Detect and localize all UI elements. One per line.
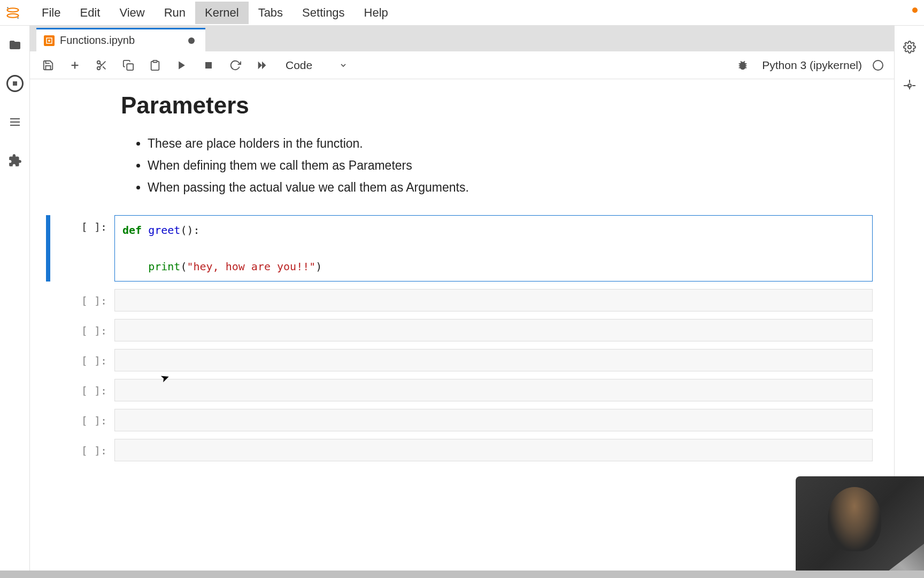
menu-file[interactable]: File [32,2,70,24]
cell-type-label: Code [286,59,312,72]
menu-settings[interactable]: Settings [292,2,355,24]
menu-kernel[interactable]: Kernel [195,2,249,24]
code-editor[interactable] [114,289,873,311]
svg-point-3 [17,17,19,19]
add-cell-button[interactable] [67,58,82,73]
code-cell[interactable]: [ ]: [46,439,878,461]
restart-kernel-button[interactable] [228,58,243,73]
paste-button[interactable] [148,58,163,73]
code-editor[interactable] [114,349,873,371]
cell-selection-marker [46,349,50,371]
extensions-icon[interactable] [6,152,24,169]
folder-icon[interactable] [6,36,24,54]
code-cell[interactable]: [ ]: [46,379,878,401]
menu-bar: File Edit View Run Kernel Tabs Settings … [0,0,924,26]
cell-selection-marker [46,319,50,341]
status-indicator-icon [912,7,918,13]
code-cell[interactable]: [ ]: [46,349,878,371]
code-cell[interactable]: [ ]: [46,409,878,431]
kernel-name: Python 3 (ipykernel) [762,59,862,72]
gear-icon[interactable] [901,39,918,56]
svg-marker-16 [179,61,185,69]
notebook-toolbar: Code Python 3 (ipykernel) [30,51,894,79]
cell-prompt: [ ]: [50,409,114,431]
code-cell[interactable]: [ ]: [46,319,878,341]
menu-tabs[interactable]: Tabs [249,2,292,24]
code-editor[interactable] [114,319,873,341]
menu-view[interactable]: View [110,2,154,24]
svg-point-20 [908,45,911,49]
notebook-file-icon [44,35,55,46]
svg-point-2 [7,7,9,9]
svg-rect-4 [13,81,17,86]
cell-selection-marker [46,409,50,431]
save-button[interactable] [41,58,56,73]
running-terminals-icon[interactable] [6,75,24,92]
kernel-status-icon [873,60,883,71]
code-editor[interactable] [114,409,873,431]
cell-type-dropdown[interactable]: Code [286,59,348,72]
tab-bar: Functions.ipynb [30,26,894,51]
svg-rect-17 [205,62,212,69]
webcam-overlay [796,476,924,578]
code-editor[interactable] [114,439,873,461]
cell-prompt: [ ]: [50,379,114,401]
menu-run[interactable]: Run [155,2,195,24]
debug-icon[interactable] [901,77,918,94]
list-item: When defining them we call them as Param… [148,156,878,176]
cell-prompt: [ ]: [50,215,114,282]
svg-line-13 [99,63,102,65]
cut-button[interactable] [94,58,109,73]
cell-selection-marker [46,289,50,311]
svg-marker-18 [258,61,262,69]
unsaved-indicator-icon [188,37,195,44]
markdown-list: These are place holders in the function.… [148,134,878,197]
cell-selection-marker [46,215,50,282]
cell-selection-marker [46,379,50,401]
code-editor[interactable] [114,379,873,401]
cell-prompt: [ ]: [50,349,114,371]
bottom-bar [0,571,924,578]
menu-help[interactable]: Help [355,2,398,24]
svg-point-10 [97,66,101,70]
svg-point-6 [48,40,50,42]
notebook-body[interactable]: Parameters These are place holders in th… [30,79,894,578]
svg-marker-19 [262,61,266,69]
notebook-tab[interactable]: Functions.ipynb [36,28,205,51]
cell-selection-marker [46,439,50,461]
code-editor[interactable]: def greet(): print("hey, how are you!!") [114,215,873,282]
code-cell[interactable]: [ ]: def greet(): print("hey, how are yo… [46,215,878,282]
svg-point-9 [97,60,101,64]
svg-rect-15 [153,60,157,62]
copy-button[interactable] [121,58,136,73]
menu-edit[interactable]: Edit [70,2,110,24]
list-item: These are place holders in the function. [148,134,878,154]
jupyter-logo[interactable] [4,4,21,21]
cell-prompt: [ ]: [50,439,114,461]
activity-bar [0,26,30,578]
stop-button[interactable] [201,58,216,73]
toc-icon[interactable] [6,113,24,131]
run-button[interactable] [174,58,189,73]
cell-prompt: [ ]: [50,319,114,341]
chevron-down-icon [339,61,348,70]
debugger-icon[interactable] [735,58,750,73]
markdown-heading: Parameters [121,92,878,119]
svg-point-0 [7,8,19,12]
content-area: Functions.ipynb [30,26,894,578]
svg-rect-14 [127,64,133,70]
svg-line-12 [103,66,105,69]
tab-filename: Functions.ipynb [60,34,135,47]
kernel-info[interactable]: Python 3 (ipykernel) [762,59,883,72]
cell-prompt: [ ]: [50,289,114,311]
restart-run-all-button[interactable] [255,58,270,73]
list-item: When passing the actual value we call th… [148,178,878,197]
svg-point-1 [7,13,19,17]
code-cell[interactable]: [ ]: [46,289,878,311]
